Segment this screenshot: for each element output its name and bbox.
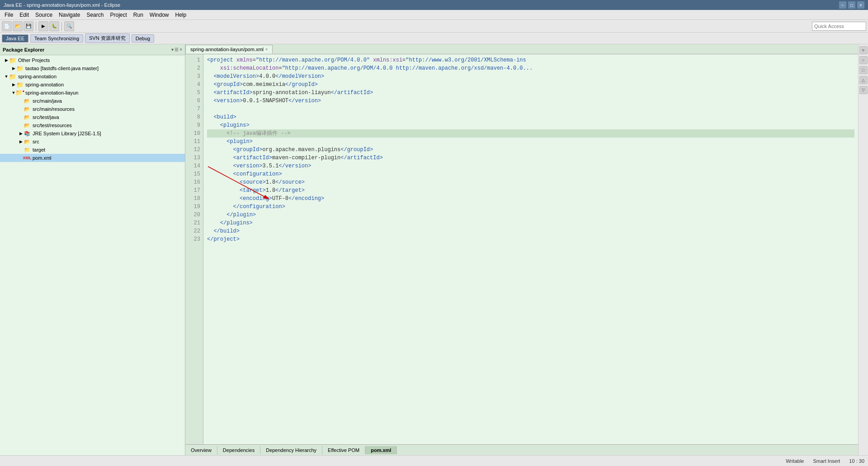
toolbar-save[interactable]: 💾 <box>24 21 33 31</box>
sidebar-controls[interactable]: ▾ ☰ × <box>171 47 182 52</box>
menu-item-source[interactable]: Source <box>33 11 55 19</box>
code-line-14: <version>3.5.1</version> <box>207 162 854 170</box>
bottom-tab-dependency-hierarchy[interactable]: Dependency Hierarchy <box>260 446 322 454</box>
code-line-10: <!-- java编译插件 --> <box>207 129 854 138</box>
tree-icon-4: 📁● <box>16 89 24 96</box>
tree-item-9[interactable]: ▶📚JRE System Library [J2SE-1.5] <box>0 129 185 138</box>
tree-label-11: target <box>33 147 45 152</box>
status-insert-mode: Smart Insert <box>813 458 840 464</box>
line-number-22: 22 <box>188 227 200 235</box>
line-number-21: 21 <box>188 219 200 227</box>
tree-item-8[interactable]: 📂src/test/resources <box>0 121 185 129</box>
line-number-3: 3 <box>188 72 200 81</box>
editor-tab-pom[interactable]: spring-annotation-liayun/pom.xml × <box>185 45 273 54</box>
code-line-15: <configuration> <box>207 170 854 178</box>
tree-label-12: pom.xml <box>33 155 52 161</box>
code-line-16: <source>1.8</source> <box>207 178 854 186</box>
tree-icon-12: XML <box>24 154 31 162</box>
title-bar: Java EE - spring-annotation-liayun/pom.x… <box>0 0 868 10</box>
code-line-11: <plugin> <box>207 138 854 146</box>
menu-item-run[interactable]: Run <box>131 11 146 19</box>
quick-access-input[interactable] <box>812 22 866 31</box>
tree-item-12[interactable]: XMLpom.xml <box>0 154 185 162</box>
right-icon-3[interactable]: □ <box>859 66 868 74</box>
code-line-18: <encoding>UTF-8</encoding> <box>207 195 854 203</box>
maximize-button[interactable]: □ <box>848 1 855 9</box>
tree-item-11[interactable]: 📁target <box>0 146 185 154</box>
menu-item-project[interactable]: Project <box>107 11 129 19</box>
menu-item-help[interactable]: Help <box>173 11 189 19</box>
code-lines[interactable]: <project xmlns="http://maven.apache.org/… <box>203 54 858 444</box>
tree-label-4: spring-annotation-liayun <box>25 90 78 95</box>
bottom-tab-pom.xml[interactable]: pom.xml <box>365 446 397 454</box>
menu-item-search[interactable]: Search <box>84 11 106 19</box>
tree-item-3[interactable]: ▶📁spring-annotation <box>0 81 185 89</box>
tree-item-0[interactable]: ▶📁Other Projects <box>0 56 185 64</box>
line-number-20: 20 <box>188 211 200 219</box>
tree-item-10[interactable]: ▶📂src <box>0 138 185 146</box>
tree-icon-5: 📂 <box>24 97 31 105</box>
tree-item-6[interactable]: 📂src/main/resources <box>0 105 185 113</box>
tree-icon-6: 📂 <box>24 105 31 113</box>
code-editor[interactable]: 1234567891011121314151617181920212223 <p… <box>185 54 858 444</box>
right-icon-1[interactable]: ≡ <box>859 46 868 54</box>
line-number-23: 23 <box>188 235 200 243</box>
line-number-16: 16 <box>188 178 200 186</box>
perspective-java-ee[interactable]: Java EE <box>2 34 28 43</box>
sidebar-collapse-btn[interactable]: ▾ <box>171 47 174 52</box>
tree-item-7[interactable]: 📂src/test/java <box>0 113 185 121</box>
tree-label-2: spring-annotation <box>18 74 57 79</box>
menu-item-edit[interactable]: Edit <box>17 11 32 19</box>
toolbar-separator-2 <box>61 22 62 31</box>
line-numbers: 1234567891011121314151617181920212223 <box>185 54 203 444</box>
close-button[interactable]: × <box>857 1 864 9</box>
line-number-9: 9 <box>188 121 200 129</box>
editor-tabs: spring-annotation-liayun/pom.xml × <box>185 44 858 54</box>
line-number-17: 17 <box>188 186 200 195</box>
menu-bar: FileEditSourceNavigateSearchProjectRunWi… <box>0 10 868 20</box>
tree-item-4[interactable]: ▼📁●spring-annotation-liayun <box>0 89 185 97</box>
tree-arrow-10: ▶ <box>18 139 24 144</box>
window-title: Java EE - spring-annotation-liayun/pom.x… <box>4 2 120 8</box>
toolbar-search[interactable]: 🔍 <box>64 21 74 31</box>
tree-icon-10: 📂 <box>24 138 31 145</box>
tree-item-1[interactable]: ▶📁taotao [fastdfs-client-java master] <box>0 64 185 72</box>
tree-label-8: src/test/resources <box>33 123 72 128</box>
tree-item-5[interactable]: 📂src/main/java <box>0 97 185 105</box>
menu-item-navigate[interactable]: Navigate <box>56 11 83 19</box>
code-line-21: </plugins> <box>207 219 854 227</box>
editor-tab-close[interactable]: × <box>265 47 268 52</box>
perspective-team-synchronizing[interactable]: Team Synchronizing <box>30 34 83 43</box>
tree-label-3: spring-annotation <box>25 82 64 87</box>
line-number-6: 6 <box>188 97 200 105</box>
editor-area: spring-annotation-liayun/pom.xml × 12345… <box>185 44 858 455</box>
right-icon-4[interactable]: △ <box>859 76 868 84</box>
toolbar-open[interactable]: 📂 <box>13 21 23 31</box>
status-position: 10 : 30 <box>849 458 864 464</box>
tree-icon-2: 📁 <box>9 73 16 80</box>
sidebar-menu-btn[interactable]: ☰ <box>175 47 179 52</box>
perspective-svn-资源库研究[interactable]: SVN 资源库研究 <box>85 33 130 43</box>
tree-arrow-3: ▶ <box>11 82 16 87</box>
line-number-18: 18 <box>188 195 200 203</box>
tree-icon-8: 📂 <box>24 122 31 129</box>
toolbar-debug[interactable]: 🐛 <box>49 21 59 31</box>
menu-item-window[interactable]: Window <box>147 11 172 19</box>
right-icon-2[interactable]: ○ <box>859 56 868 64</box>
minimize-button[interactable]: − <box>839 1 846 9</box>
bottom-tab-dependencies[interactable]: Dependencies <box>217 446 260 454</box>
bottom-tab-overview[interactable]: Overview <box>185 446 217 454</box>
code-line-4: <groupId>com.meimeixia</groupId> <box>207 81 854 89</box>
sidebar-close-btn[interactable]: × <box>179 47 182 52</box>
toolbar-new[interactable]: 📄 <box>2 21 12 31</box>
perspective-debug[interactable]: Debug <box>132 34 154 43</box>
tree-icon-11: 📁 <box>24 146 31 153</box>
right-icon-5[interactable]: ▽ <box>859 86 868 94</box>
window-controls[interactable]: − □ × <box>839 1 864 9</box>
menu-item-file[interactable]: File <box>2 11 16 19</box>
code-content: 1234567891011121314151617181920212223 <p… <box>185 54 858 444</box>
tree-icon-9: 📚 <box>24 130 31 137</box>
tree-item-2[interactable]: ▼📁spring-annotation <box>0 72 185 81</box>
toolbar-run[interactable]: ▶ <box>38 21 48 31</box>
bottom-tab-effective-pom[interactable]: Effective POM <box>322 446 365 454</box>
